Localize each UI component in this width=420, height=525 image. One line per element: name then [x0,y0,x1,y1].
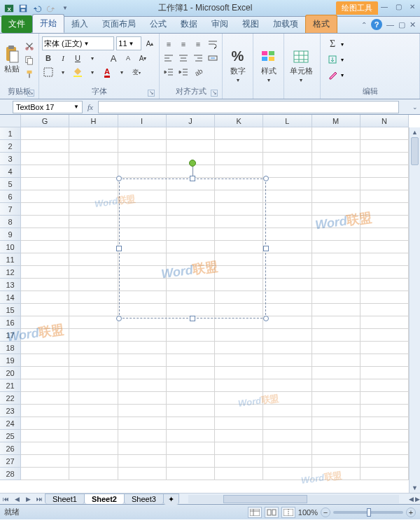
cell[interactable] [69,379,118,392]
cell[interactable] [118,342,167,354]
cell[interactable] [118,455,167,468]
cell[interactable] [263,468,312,480]
cell[interactable] [215,455,263,468]
cell[interactable] [167,405,215,417]
cell[interactable] [167,342,215,354]
tab-formulas[interactable]: 公式 [143,15,174,33]
doc-restore-icon[interactable]: ▢ [398,20,405,29]
row-header[interactable]: 24 [0,417,21,430]
tab-addins[interactable]: 加载项 [266,15,305,33]
cell[interactable] [263,367,312,379]
cell[interactable] [312,455,360,468]
cell[interactable] [263,241,312,253]
row-header[interactable]: 19 [0,354,21,367]
cell[interactable] [263,329,312,342]
column-header[interactable]: N [360,115,409,127]
row-header[interactable]: 18 [0,342,21,354]
cell[interactable] [21,165,69,178]
cell[interactable] [215,153,263,165]
align-launcher[interactable]: ↘ [211,90,218,97]
clipboard-launcher[interactable]: ↘ [27,90,34,97]
sheet-prev-icon[interactable]: ◀ [11,496,22,503]
cell[interactable] [215,417,263,430]
cell[interactable] [167,392,215,405]
help-icon[interactable]: ? [371,19,382,30]
row-header[interactable]: 14 [0,291,21,304]
cell[interactable] [263,127,312,140]
cell[interactable] [360,417,409,430]
scroll-left-icon[interactable]: ◀ [409,496,414,503]
cell[interactable] [263,304,312,316]
sheet-tab-3[interactable]: Sheet3 [124,493,164,504]
cell[interactable] [167,329,215,342]
cell[interactable] [69,216,118,228]
expand-formula-bar[interactable]: ⌄ [410,104,420,111]
cell[interactable] [312,178,360,190]
cell[interactable] [263,253,312,266]
cell[interactable] [21,316,69,329]
row-header[interactable]: 16 [0,316,21,329]
fontcolor-more[interactable]: ▾ [115,66,128,78]
cell[interactable] [69,405,118,417]
orientation-button[interactable]: ab [192,66,204,78]
cell[interactable] [360,266,409,279]
cell[interactable] [360,442,409,455]
align-center-button[interactable] [177,52,190,64]
cell[interactable] [118,405,167,417]
border-button[interactable] [42,66,55,78]
cell[interactable] [215,468,263,480]
hscroll-thumb[interactable] [223,495,307,503]
cell[interactable] [312,379,360,392]
doc-close-icon[interactable]: ✕ [410,20,416,29]
underline-more[interactable]: ▾ [86,52,99,64]
row-header[interactable]: 23 [0,405,21,417]
cell[interactable] [21,417,69,430]
sheet-tab-1[interactable]: Sheet1 [45,493,85,504]
cell[interactable] [312,417,360,430]
cell[interactable] [360,291,409,304]
cell[interactable] [69,455,118,468]
cell[interactable] [215,367,263,379]
cell[interactable] [312,216,360,228]
cell[interactable] [312,266,360,279]
cell[interactable] [118,442,167,455]
cell[interactable] [312,405,360,417]
cell[interactable] [21,140,69,153]
cell[interactable] [312,442,360,455]
sheet-tab-2[interactable]: Sheet2 [84,493,125,504]
row-header[interactable]: 7 [0,203,21,216]
paste-button[interactable]: 粘贴 [3,35,20,85]
cell[interactable] [215,392,263,405]
shrink-font-button[interactable]: A▾ [136,52,149,64]
cell[interactable] [312,253,360,266]
cell[interactable] [167,468,215,480]
column-header[interactable]: J [167,115,215,127]
cell[interactable] [118,153,167,165]
cell[interactable] [21,190,69,203]
tab-view[interactable]: 视图 [235,15,266,33]
cell[interactable] [21,291,69,304]
cell[interactable] [69,367,118,379]
autosum-button[interactable]: Σ [326,38,339,50]
cell[interactable] [360,455,409,468]
row-header[interactable]: 2 [0,140,21,153]
cell[interactable] [69,291,118,304]
increase-indent-button[interactable] [177,66,190,78]
cell[interactable] [360,316,409,329]
cut-button[interactable] [23,40,36,52]
cell[interactable] [263,430,312,442]
cell[interactable] [263,455,312,468]
cell[interactable] [69,241,118,253]
maximize-button[interactable]: ▢ [393,3,403,10]
styles-button[interactable]: 样式▾ [256,35,281,96]
resize-handle-e[interactable] [263,246,269,251]
cell[interactable] [312,241,360,253]
cell[interactable] [312,291,360,304]
row-header[interactable]: 1 [0,127,21,140]
column-header[interactable]: I [118,115,167,127]
cell[interactable] [263,190,312,203]
column-header[interactable]: L [263,115,312,127]
cell[interactable] [167,140,215,153]
formula-input[interactable] [98,101,399,113]
resize-handle-se[interactable] [263,316,269,321]
